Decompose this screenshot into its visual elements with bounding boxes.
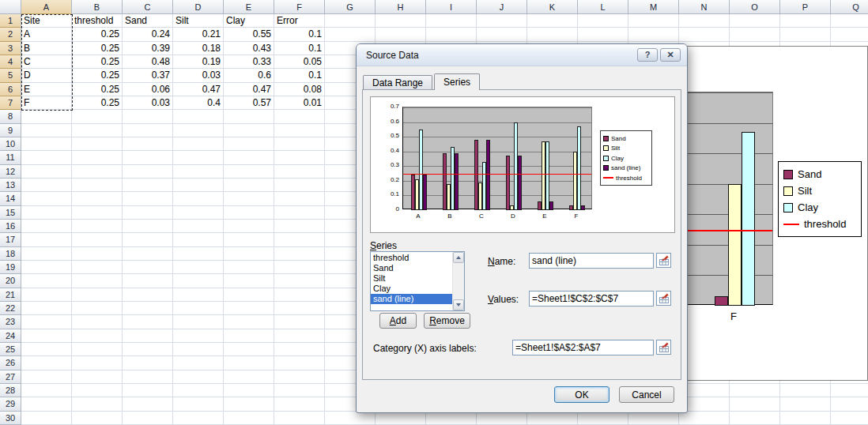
cell-d29[interactable]	[173, 397, 224, 411]
series-item-sand-line[interactable]: sand (line)	[371, 294, 452, 304]
cell-c8[interactable]	[123, 110, 173, 123]
cell-k30[interactable]	[527, 412, 578, 425]
cell-e20[interactable]	[224, 274, 274, 288]
cell-a3[interactable]: B	[21, 42, 72, 55]
cell-f2[interactable]: 0.1	[274, 28, 325, 41]
cell-e7[interactable]: 0.57	[224, 96, 274, 110]
cell-a5[interactable]: D	[21, 69, 72, 82]
cell-f28[interactable]	[274, 384, 325, 397]
cell-e14[interactable]	[224, 192, 274, 205]
cell-k2[interactable]	[527, 28, 578, 41]
cell-c29[interactable]	[123, 397, 173, 411]
cell-e16[interactable]	[224, 220, 274, 233]
cell-a16[interactable]	[21, 220, 72, 233]
cell-f16[interactable]	[274, 220, 325, 233]
row-header-24[interactable]: 24	[0, 329, 21, 343]
cell-m2[interactable]	[628, 28, 679, 41]
cell-p28[interactable]	[780, 384, 831, 397]
column-header-k[interactable]: K	[527, 0, 578, 14]
values-input[interactable]	[529, 291, 654, 307]
cell-d5[interactable]: 0.03	[173, 69, 224, 82]
row-header-12[interactable]: 12	[0, 165, 21, 179]
cell-c18[interactable]	[123, 247, 173, 261]
cell-f26[interactable]	[274, 356, 325, 370]
close-button[interactable]: ✕	[660, 48, 681, 62]
cell-a15[interactable]	[21, 206, 72, 220]
cell-a25[interactable]	[21, 343, 72, 356]
cell-f4[interactable]: 0.05	[274, 55, 325, 69]
cell-o2[interactable]	[730, 28, 780, 41]
scroll-up-button[interactable]	[453, 252, 464, 263]
cell-a12[interactable]	[21, 165, 72, 179]
row-header-28[interactable]: 28	[0, 384, 21, 397]
cell-b19[interactable]	[72, 261, 123, 274]
row-header-2[interactable]: 2	[0, 28, 21, 41]
column-header-p[interactable]: P	[780, 0, 831, 14]
cell-a18[interactable]	[21, 247, 72, 261]
cell-d3[interactable]: 0.18	[173, 42, 224, 55]
cell-f8[interactable]	[274, 110, 325, 123]
cell-f22[interactable]	[274, 302, 325, 315]
cell-o28[interactable]	[730, 384, 780, 397]
cell-d1[interactable]: Silt	[173, 14, 224, 28]
cell-e19[interactable]	[224, 261, 274, 274]
cell-a10[interactable]	[21, 137, 72, 151]
cell-b1[interactable]: threshold	[72, 14, 123, 28]
cell-f20[interactable]	[274, 274, 325, 288]
cell-d11[interactable]	[173, 151, 224, 164]
category-axis-labels-input[interactable]	[512, 340, 654, 355]
scroll-down-button[interactable]	[453, 299, 464, 310]
row-header-17[interactable]: 17	[0, 233, 21, 246]
cell-i1[interactable]	[426, 14, 477, 28]
cell-c15[interactable]	[123, 206, 173, 220]
cell-l2[interactable]	[578, 28, 628, 41]
cell-a19[interactable]	[21, 261, 72, 274]
column-header-c[interactable]: C	[123, 0, 173, 14]
row-header-15[interactable]: 15	[0, 206, 21, 220]
cell-q2[interactable]	[831, 28, 868, 41]
cell-e30[interactable]	[224, 412, 274, 425]
cell-b3[interactable]: 0.25	[72, 42, 123, 55]
cell-c13[interactable]	[123, 179, 173, 192]
cell-b11[interactable]	[72, 151, 123, 164]
series-item-threshold[interactable]: threshold	[371, 253, 452, 263]
select-all-button[interactable]	[0, 0, 21, 14]
cell-c12[interactable]	[123, 165, 173, 179]
cell-b9[interactable]	[72, 124, 123, 137]
cell-c27[interactable]	[123, 370, 173, 384]
cell-c19[interactable]	[123, 261, 173, 274]
row-header-29[interactable]: 29	[0, 397, 21, 411]
column-header-q[interactable]: Q	[831, 0, 868, 14]
cell-e26[interactable]	[224, 356, 274, 370]
cell-q28[interactable]	[831, 384, 868, 397]
cell-d12[interactable]	[173, 165, 224, 179]
cell-f30[interactable]	[274, 412, 325, 425]
cell-c11[interactable]	[123, 151, 173, 164]
series-item-silt[interactable]: Silt	[371, 273, 452, 284]
row-header-20[interactable]: 20	[0, 274, 21, 288]
cell-c17[interactable]	[123, 233, 173, 246]
row-header-11[interactable]: 11	[0, 151, 21, 164]
name-input[interactable]	[529, 253, 654, 269]
cell-e5[interactable]: 0.6	[224, 69, 274, 82]
row-header-4[interactable]: 4	[0, 55, 21, 69]
cell-c20[interactable]	[123, 274, 173, 288]
row-header-7[interactable]: 7	[0, 96, 21, 110]
cell-c22[interactable]	[123, 302, 173, 315]
cell-f17[interactable]	[274, 233, 325, 246]
cell-f11[interactable]	[274, 151, 325, 164]
column-header-o[interactable]: O	[730, 0, 780, 14]
cell-o30[interactable]	[730, 412, 780, 425]
cell-b26[interactable]	[72, 356, 123, 370]
cell-c21[interactable]	[123, 288, 173, 302]
series-item-sand[interactable]: Sand	[371, 263, 452, 273]
cell-b6[interactable]: 0.25	[72, 83, 123, 96]
cell-e13[interactable]	[224, 179, 274, 192]
cell-n1[interactable]	[679, 14, 730, 28]
cell-j1[interactable]	[477, 14, 527, 28]
cell-e24[interactable]	[224, 329, 274, 343]
row-header-5[interactable]: 5	[0, 69, 21, 82]
cell-d28[interactable]	[173, 384, 224, 397]
cell-a22[interactable]	[21, 302, 72, 315]
cell-q1[interactable]	[831, 14, 868, 28]
